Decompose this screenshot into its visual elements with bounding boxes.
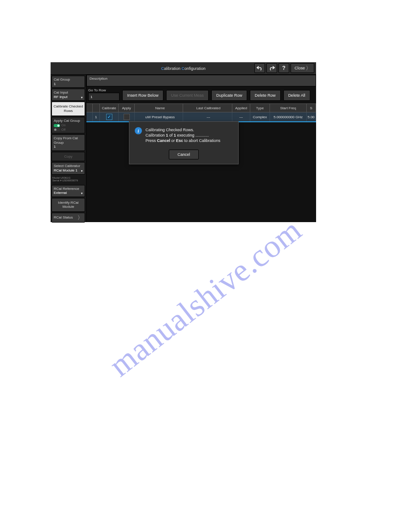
sidebar-serial-info: Model U9361G Serial # US00000079 bbox=[51, 176, 85, 184]
use-current-meas-button: Use Current Meas bbox=[166, 90, 209, 101]
redo-icon bbox=[269, 65, 275, 71]
sidebar-identify-rcal[interactable]: Identify RCal Module bbox=[51, 198, 85, 212]
duplicate-row-button[interactable]: Duplicate Row bbox=[211, 90, 247, 101]
delete-all-button[interactable]: Delete All bbox=[283, 90, 310, 101]
table-row[interactable]: 1 uW Presel Bypass --- --- Complex 5.000… bbox=[86, 112, 316, 122]
window-title: Calibration Configuration bbox=[161, 66, 206, 71]
header-type: Type bbox=[250, 104, 270, 112]
insert-row-button[interactable]: Insert Row Below bbox=[122, 90, 163, 101]
action-row: Go To Row Insert Row Below Use Current M… bbox=[86, 86, 316, 103]
sidebar-cal-group[interactable]: Cal Group 1 bbox=[51, 76, 85, 88]
undo-icon bbox=[257, 65, 263, 71]
apply-checkbox[interactable] bbox=[124, 114, 130, 120]
sidebar-select-calibrator[interactable]: Select Calibrator RCal Module 1 bbox=[51, 162, 85, 174]
header-applied: Applied bbox=[232, 104, 250, 112]
chevron-right-icon: 〉 bbox=[77, 215, 83, 221]
header-start-freq: Start Freq bbox=[270, 104, 307, 112]
row-extra: 5.00 bbox=[307, 112, 316, 121]
goto-row-input[interactable] bbox=[88, 93, 120, 101]
sidebar-copy-from[interactable]: Copy From Cal Group 1 bbox=[51, 134, 85, 151]
header-extra: S bbox=[307, 104, 316, 112]
row-type: Complex bbox=[250, 112, 270, 121]
help-button[interactable]: ? bbox=[278, 63, 289, 73]
header-calibrate: Calibrate bbox=[100, 104, 119, 112]
sidebar: Cal Group 1 Cal Input RF Input Calibrate… bbox=[51, 75, 86, 222]
sidebar-cal-input[interactable]: Cal Input RF Input bbox=[51, 89, 85, 101]
undo-button[interactable] bbox=[254, 63, 265, 73]
toggle-off-icon bbox=[54, 128, 60, 131]
sidebar-copy-button: Copy bbox=[51, 152, 85, 162]
titlebar-actions: ? Close〉 bbox=[254, 63, 314, 73]
row-last-calibrated: --- bbox=[183, 112, 232, 121]
row-name: uW Presel Bypass bbox=[135, 112, 183, 121]
delete-row-button[interactable]: Delete Row bbox=[250, 90, 281, 101]
row-start-freq: 5.000000000 GHz bbox=[270, 112, 307, 121]
info-icon: i bbox=[135, 127, 142, 134]
cancel-button[interactable]: Cancel bbox=[169, 150, 198, 159]
close-button[interactable]: Close〉 bbox=[291, 63, 314, 73]
calibrate-checkbox[interactable] bbox=[106, 114, 112, 120]
row-applied: --- bbox=[232, 112, 250, 121]
header-name: Name bbox=[135, 104, 183, 112]
dialog-message: Calibrating Checked Rows. Calibration 1 … bbox=[146, 127, 220, 143]
sidebar-rcal-status[interactable]: RCal Status 〉 bbox=[51, 213, 85, 223]
header-apply: Apply bbox=[119, 104, 135, 112]
header-last: Last Calibrated bbox=[183, 104, 232, 112]
calibrating-dialog: i Calibrating Checked Rows. Calibration … bbox=[129, 121, 239, 164]
goto-row-label: Go To Row bbox=[88, 88, 120, 92]
titlebar: Calibration Configuration ? Close〉 bbox=[51, 62, 316, 75]
sidebar-calibrate-checked-rows[interactable]: Calibrate Checked Rows bbox=[51, 102, 85, 116]
watermark-text: manualshive.com bbox=[102, 211, 309, 384]
sidebar-rcal-reference[interactable]: RCal Reference External bbox=[51, 185, 85, 197]
sidebar-apply-cal-group: Apply Cal Group On Off bbox=[51, 117, 85, 133]
chevron-right-icon: 〉 bbox=[306, 64, 311, 72]
table-header: Calibrate Apply Name Last Calibrated App… bbox=[86, 103, 316, 112]
toggle-on-icon bbox=[54, 124, 60, 127]
description-bar[interactable]: Description bbox=[86, 75, 316, 86]
redo-button[interactable] bbox=[266, 63, 277, 73]
row-number: 1 bbox=[93, 112, 100, 121]
